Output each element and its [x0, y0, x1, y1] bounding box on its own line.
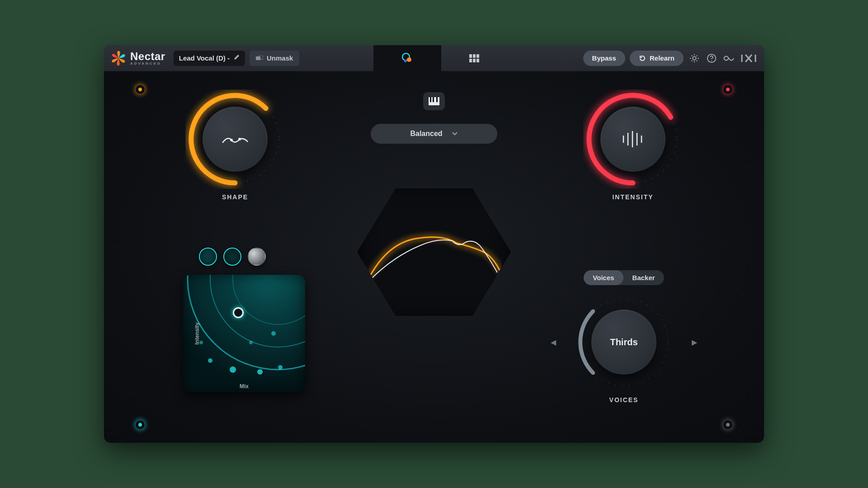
- svg-rect-15: [433, 97, 434, 102]
- help-icon: [707, 53, 717, 63]
- svg-point-19: [238, 138, 241, 141]
- power-toggle-space[interactable]: [136, 420, 145, 429]
- svg-point-34: [249, 341, 253, 344]
- preset-selector[interactable]: Lead Vocal (D) -: [174, 51, 245, 66]
- help-button[interactable]: [705, 52, 718, 65]
- voices-section: Voices Backer ◀ ▶ Thirds VOICES: [556, 270, 692, 404]
- svg-rect-10: [476, 59, 479, 62]
- assistant-view-icon: [401, 52, 413, 64]
- keyboard-button[interactable]: [423, 92, 445, 110]
- product-logo: Nectar ADVANCED: [110, 50, 165, 66]
- unmask-label: Unmask: [267, 54, 293, 62]
- shape-curve-icon: [222, 131, 249, 147]
- space-preset-3[interactable]: [248, 248, 266, 266]
- svg-point-32: [278, 365, 283, 370]
- svg-rect-9: [473, 59, 476, 62]
- space-preset-row: [199, 248, 266, 266]
- svg-rect-0: [256, 56, 260, 60]
- tab-backer[interactable]: Backer: [623, 270, 664, 285]
- preset-name: Lead Vocal (D) -: [179, 54, 230, 62]
- header-right: Bypass Relearn: [583, 51, 758, 66]
- pencil-icon: [233, 54, 240, 62]
- relearn-button[interactable]: Relearn: [630, 51, 684, 66]
- unmask-button[interactable]: Unmask: [250, 51, 299, 66]
- settings-button[interactable]: [688, 52, 701, 65]
- voices-prev[interactable]: ◀: [551, 338, 556, 347]
- modules-view-icon: [469, 54, 481, 62]
- svg-point-26: [188, 275, 305, 370]
- spectrum-visualizer: [357, 184, 511, 320]
- plugin-window: Nectar ADVANCED Lead Vocal (D) - Unmask: [104, 45, 764, 443]
- svg-rect-5: [469, 54, 472, 58]
- tab-voices[interactable]: Voices: [584, 270, 623, 285]
- keyboard-icon: [429, 97, 439, 105]
- svg-rect-14: [430, 97, 431, 102]
- space-xy-pad[interactable]: Intensity Mix: [183, 275, 305, 392]
- intensity-bars-icon: [621, 130, 645, 148]
- intensity-label: INTENSITY: [574, 193, 692, 201]
- mode-selector[interactable]: Balanced: [371, 124, 497, 144]
- relearn-label: Relearn: [650, 54, 675, 62]
- modules-view-tab[interactable]: [441, 45, 509, 71]
- svg-point-31: [257, 369, 263, 375]
- bypass-label: Bypass: [592, 54, 616, 62]
- voices-next[interactable]: ▶: [692, 338, 697, 347]
- product-name: Nectar: [130, 51, 165, 62]
- unmask-icon: [256, 56, 263, 61]
- izotope-brand-icon: [741, 54, 756, 63]
- chevron-down-icon: [452, 131, 458, 136]
- svg-point-4: [404, 60, 407, 62]
- shape-knob[interactable]: [185, 89, 285, 189]
- audiolens-button[interactable]: [722, 52, 735, 65]
- shape-label: SHAPE: [176, 193, 294, 201]
- bypass-button[interactable]: Bypass: [583, 51, 625, 66]
- svg-point-29: [208, 358, 212, 363]
- svg-point-12: [711, 60, 712, 61]
- intensity-knob[interactable]: [583, 89, 683, 189]
- voices-knob[interactable]: Thirds: [574, 292, 674, 392]
- gear-icon: [689, 53, 699, 63]
- mode-value: Balanced: [410, 130, 442, 138]
- svg-point-35: [271, 331, 276, 336]
- relearn-icon: [639, 55, 646, 62]
- svg-point-27: [210, 275, 305, 347]
- xy-background: [183, 275, 305, 392]
- header-bar: Nectar ADVANCED Lead Vocal (D) - Unmask: [104, 45, 764, 71]
- plugin-body: Balanced SHAPE: [104, 71, 764, 443]
- view-tabs: [304, 45, 578, 71]
- voices-tabs: Voices Backer: [584, 270, 664, 285]
- audiolens-icon: [723, 53, 734, 63]
- xy-handle[interactable]: [233, 307, 244, 318]
- svg-point-3: [407, 57, 411, 62]
- power-toggle-shape[interactable]: [136, 85, 145, 94]
- right-decoration: [723, 71, 764, 443]
- intensity-section: INTENSITY: [574, 89, 692, 201]
- left-decoration: [104, 71, 145, 443]
- voices-label: VOICES: [556, 396, 692, 404]
- space-preset-1[interactable]: [199, 248, 217, 266]
- product-edition: ADVANCED: [130, 62, 165, 66]
- shape-section: SHAPE: [176, 89, 294, 201]
- svg-point-18: [230, 139, 233, 141]
- nectar-pinwheel-icon: [110, 50, 127, 66]
- svg-rect-6: [473, 54, 476, 58]
- space-preset-2[interactable]: [223, 248, 241, 266]
- izotope-logo-button[interactable]: [740, 52, 758, 65]
- svg-rect-8: [469, 59, 472, 62]
- assistant-view-tab[interactable]: [373, 45, 441, 71]
- power-toggle-voices[interactable]: [723, 420, 732, 429]
- svg-point-28: [233, 275, 305, 324]
- svg-rect-16: [436, 97, 438, 102]
- svg-point-30: [230, 366, 236, 373]
- power-toggle-intensity[interactable]: [723, 85, 732, 94]
- voices-value: Thirds: [610, 337, 637, 347]
- svg-rect-7: [476, 54, 479, 58]
- xy-x-label: Mix: [240, 383, 249, 389]
- xy-y-label: Intensity: [194, 322, 200, 344]
